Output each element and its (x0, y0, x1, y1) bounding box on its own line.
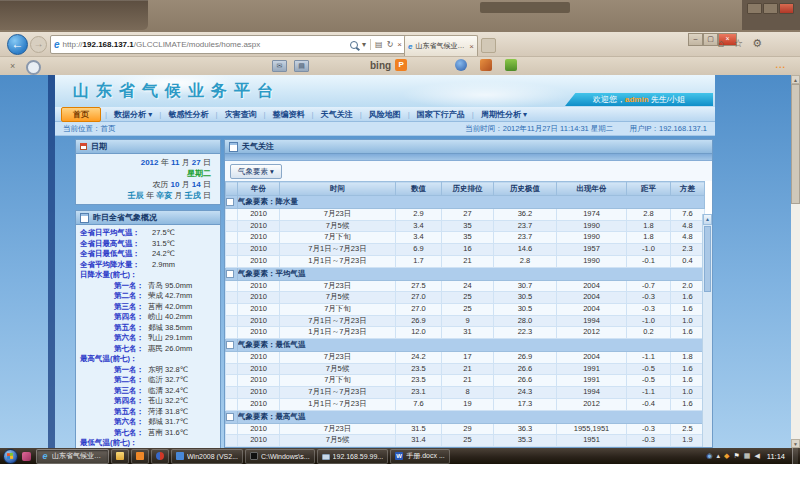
chevron-down-icon[interactable]: ▾ (362, 40, 366, 49)
compass-icon[interactable] (26, 60, 41, 75)
browser-tab[interactable]: e 山东省气候业务平... × (404, 35, 478, 56)
column-header-2[interactable]: 时间 (280, 182, 396, 196)
addon-close-icon[interactable]: × (10, 61, 15, 71)
rank-value[interactable]: 苍山 32.2℃ (144, 396, 188, 407)
show-hidden-icons-button[interactable]: ▴ (717, 452, 721, 460)
gallery-icon[interactable]: ▤ (294, 60, 309, 72)
nav-item-2[interactable]: 数据分析 ▾ (107, 108, 159, 121)
cell: 1.8 (671, 352, 705, 364)
nav-item-9[interactable]: 周期性分析 ▾ (474, 108, 534, 121)
rank-value[interactable]: 惠民 26.0mm (144, 344, 192, 355)
rank-value[interactable]: 东明 32.8℃ (144, 365, 188, 376)
summary-stat-row: 全省日最低气温：24.2℃ (80, 249, 218, 260)
rank-label: 第五名： (80, 323, 144, 334)
nav-item-3[interactable]: 敏感性分析 (161, 108, 215, 121)
nav-item-4[interactable]: 灾害查询 (217, 108, 263, 121)
taskbar-button-4[interactable] (151, 449, 169, 464)
column-header-1[interactable]: 年份 (238, 182, 280, 196)
taskbar-button-3[interactable] (131, 449, 149, 464)
stat-label: 全省日最低气温： (80, 249, 152, 260)
column-header-7[interactable]: 距平 (627, 182, 671, 196)
start-button[interactable] (3, 449, 18, 464)
paint-icon[interactable] (480, 59, 492, 71)
column-header-6[interactable]: 出现年份 (557, 182, 627, 196)
camera-icon[interactable] (455, 59, 467, 71)
taskbar-button-6[interactable]: C:\Windows\s... (245, 449, 315, 464)
browser-toolbar: ← → e http:// 192.168.137.1 /GLCCLIMATE/… (0, 32, 800, 57)
rank-value[interactable]: 菏泽 31.8℃ (144, 407, 188, 418)
messenger-icon[interactable] (505, 59, 517, 71)
minimize-button[interactable]: – (688, 33, 703, 46)
forward-button[interactable]: → (30, 36, 47, 53)
nav-item-8[interactable]: 国家下行产品 (410, 108, 472, 121)
scroll-up-icon[interactable]: ▲ (703, 214, 712, 225)
refresh-icon[interactable]: ↻ (387, 40, 394, 49)
home-icon[interactable]: ⌂ (718, 37, 725, 50)
pinned-app-icon[interactable] (22, 452, 31, 461)
table-group-row[interactable]: 气象要素：最低气温 (226, 339, 705, 352)
taskbar-button-2[interactable] (111, 449, 129, 464)
element-filter-button[interactable]: 气象要素 ▾ (230, 164, 282, 179)
volume-icon[interactable]: ◀ (754, 452, 759, 460)
gear-tools-icon[interactable]: ⚙ (752, 37, 762, 50)
nav-item-7[interactable]: 风险地图 (362, 108, 408, 121)
ime-icon[interactable]: ◉ (706, 452, 712, 460)
new-tab-button[interactable] (481, 38, 496, 53)
nav-item-6[interactable]: 天气关注 (314, 108, 360, 121)
rank-value[interactable]: 临清 32.4℃ (144, 386, 188, 397)
table-scrollbar[interactable]: ▲ (702, 214, 712, 448)
taskbar-button-1[interactable]: e山东省气候业务平... (36, 449, 109, 464)
update-icon[interactable]: ◆ (724, 452, 729, 460)
taskbar-button-7[interactable]: 192.168.59.99... (317, 449, 389, 464)
taskbar-button-5[interactable]: Win2008 (VS2... (171, 449, 243, 464)
rank-value[interactable]: 郯城 38.5mm (144, 323, 192, 334)
data-table-wrap: 年份时间数值历史排位历史极值出现年份距平方差气象要素：降水量20107月23日2… (225, 181, 712, 448)
column-header-8[interactable]: 方差 (671, 182, 705, 196)
cell: 26.9 (396, 315, 442, 327)
checkbox[interactable] (226, 270, 234, 278)
show-desktop-button[interactable] (792, 448, 798, 464)
rank-value[interactable]: 莒南 42.0mm (144, 302, 192, 313)
stop-icon[interactable]: × (397, 40, 402, 49)
network-icon[interactable]: ▦ (744, 452, 751, 460)
column-header-3[interactable]: 数值 (396, 182, 442, 196)
tab-close-icon[interactable]: × (469, 42, 474, 51)
maximize-button[interactable]: ▢ (703, 33, 718, 46)
table-group-row[interactable]: 气象要素：最高气温 (226, 410, 705, 423)
nav-item-5[interactable]: 整编资料 (266, 108, 312, 121)
search-icon[interactable] (350, 41, 358, 49)
checkbox[interactable] (226, 413, 234, 421)
nav-item-1[interactable]: 首页 (61, 107, 101, 122)
compatibility-view-icon[interactable]: ▤ (375, 40, 383, 49)
cell: 2010 (238, 255, 280, 267)
more-options-icon[interactable]: ... (775, 60, 786, 70)
rank-value[interactable]: 乳山 29.1mm (144, 333, 192, 344)
rank-value[interactable]: 崂山 40.2mm (144, 312, 192, 323)
browser-scrollbar[interactable]: ▲ ▼ (791, 75, 800, 448)
checkbox[interactable] (226, 341, 234, 349)
action-center-flag-icon[interactable]: ⚑ (733, 452, 739, 460)
rank-value[interactable]: 荣成 42.7mm (144, 291, 192, 302)
column-header-4[interactable]: 历史排位 (442, 182, 494, 196)
rank-value[interactable]: 郯城 31.7℃ (144, 417, 188, 428)
scroll-down-icon[interactable]: ▼ (791, 439, 800, 448)
star-favorites-icon[interactable]: ☆ (733, 37, 743, 50)
table-group-row[interactable]: 气象要素：降水量 (226, 196, 705, 209)
taskbar-button-8[interactable]: W手册.docx ... (390, 449, 450, 464)
checkbox[interactable] (226, 198, 234, 206)
mail-icon[interactable]: ✉ (272, 60, 287, 72)
bing-toolbar[interactable]: bing P (370, 59, 407, 71)
back-button[interactable]: ← (7, 34, 28, 55)
table-group-row[interactable]: 气象要素：平均气温 (226, 267, 705, 280)
rank-row: 第六名：郯城 31.7℃ (80, 417, 218, 428)
cell: 26.6 (494, 375, 557, 387)
rank-value[interactable]: 莒南 31.6℃ (144, 428, 188, 439)
rank-value[interactable]: 临沂 32.7℃ (144, 375, 188, 386)
rank-value[interactable]: 青岛 95.0mm (144, 281, 192, 292)
row-check-cell (226, 375, 238, 387)
scrollbar-thumb[interactable] (791, 84, 800, 204)
scroll-up-icon[interactable]: ▲ (791, 75, 800, 84)
scrollbar-thumb[interactable] (704, 226, 711, 292)
column-header-5[interactable]: 历史极值 (494, 182, 557, 196)
address-bar[interactable]: e http:// 192.168.137.1 /GLCCLIMATE/modu… (50, 35, 408, 54)
